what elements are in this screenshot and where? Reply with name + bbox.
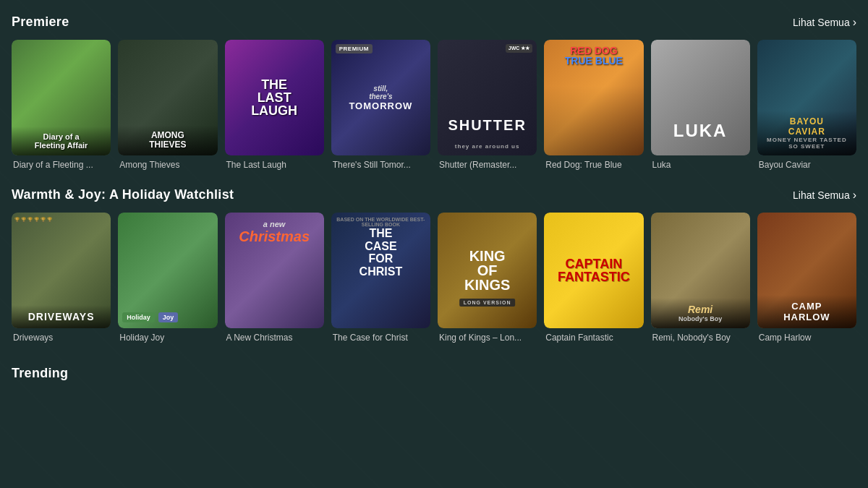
movie-title-last-laugh: The Last Laugh [225,160,324,170]
movie-title-captain-fantastic: Captain Fantastic [544,333,643,343]
movie-poster-holiday-joy: Holiday Joy [118,213,217,328]
trending-header: Trending [12,360,856,381]
movie-poster-bayou: BAYOUCAVIAR MONEY NEVER TASTED SO SWEET [757,40,856,155]
movie-card-still-tomorrow[interactable]: PREMIUM still, there's TOMORROW There's … [331,40,430,170]
movie-card-red-dog[interactable]: RED DOGTRUE BLUE Red Dog: True Blue [544,40,643,170]
movie-title-red-dog: Red Dog: True Blue [544,160,643,170]
movie-card-among-thieves[interactable]: AMONGTHIEVES Among Thieves [118,40,217,170]
movie-title-among-thieves: Among Thieves [118,160,217,170]
movie-poster-still-tomorrow: PREMIUM still, there's TOMORROW [331,40,430,155]
trending-section: Trending [12,360,856,381]
premiere-section: Premiere Lihat Semua › Diary of aFleetin… [12,14,856,170]
movie-poster-among-thieves: AMONGTHIEVES [118,40,217,155]
premiere-see-all[interactable]: Lihat Semua › [793,16,856,29]
movie-title-luka: Luka [651,160,750,170]
movie-poster-king-kings: KINGOFKINGS LONG VERSION [438,213,537,328]
long-version-badge: LONG VERSION [459,299,516,307]
movie-card-diary[interactable]: Diary of aFleeting Affair Diary of a Fle… [12,40,111,170]
watchlist-title: Warmth & Joy: A Holiday Watchlist [12,187,234,202]
movie-title-diary: Diary of a Fleeting ... [12,160,111,170]
premiere-movies-row: Diary of aFleeting Affair Diary of a Fle… [12,40,856,170]
movie-title-new-christmas: A New Christmas [225,333,324,343]
movie-poster-camp-harlow: CAMPHARLOW [757,213,856,328]
movie-poster-driveways: 🏆 🏆 🏆 🏆 🏆 🏆 DRIVEWAYS [12,213,111,328]
holiday-badge: Holiday [122,312,155,322]
movie-card-new-christmas[interactable]: a new Christmas A New Christmas [225,213,324,343]
movie-title-driveways: Driveways [12,333,111,343]
watchlist-see-all[interactable]: Lihat Semua › [793,189,856,202]
movie-poster-captain-fantastic: CAPTAINFANTASTIC [544,213,643,328]
movie-poster-last-laugh: THELASTLAUGH [225,40,324,155]
movie-title-still-tomorrow: There's Still Tomor... [331,160,430,170]
chevron-right-icon: › [853,16,856,29]
movie-title-camp-harlow: Camp Harlow [757,333,856,343]
chevron-right-icon-2: › [853,189,856,202]
movie-card-driveways[interactable]: 🏆 🏆 🏆 🏆 🏆 🏆 DRIVEWAYS Driveways [12,213,111,343]
movie-card-luka[interactable]: LUKA Luka [651,40,750,170]
movie-card-holiday-joy[interactable]: Holiday Joy Holiday Joy [118,213,217,343]
watchlist-section: Warmth & Joy: A Holiday Watchlist Lihat … [12,187,856,343]
movie-card-last-laugh[interactable]: THELASTLAUGH The Last Laugh [225,40,324,170]
movie-poster-case-christ: BASED ON THE WORLDWIDE BEST-SELLING BOOK… [331,213,430,328]
movie-poster-shutter: JWC ★★ SHUTTER they are around us [438,40,537,155]
watchlist-header: Warmth & Joy: A Holiday Watchlist Lihat … [12,187,856,202]
movie-card-case-christ[interactable]: BASED ON THE WORLDWIDE BEST-SELLING BOOK… [331,213,430,343]
movie-poster-new-christmas: a new Christmas [225,213,324,328]
movie-poster-red-dog: RED DOGTRUE BLUE [544,40,643,155]
movie-title-shutter: Shutter (Remaster... [438,160,537,170]
movie-card-camp-harlow[interactable]: CAMPHARLOW Camp Harlow [757,213,856,343]
watchlist-movies-row: 🏆 🏆 🏆 🏆 🏆 🏆 DRIVEWAYS Driveways [12,213,856,343]
jwc-badge: JWC ★★ [506,44,533,53]
movie-card-shutter[interactable]: JWC ★★ SHUTTER they are around us Shutte… [438,40,537,170]
movie-poster-luka: LUKA [651,40,750,155]
premiere-title: Premiere [12,14,69,30]
movie-card-king-kings[interactable]: KINGOFKINGS LONG VERSION King of Kings –… [438,213,537,343]
movie-title-case-christ: The Case for Christ [331,333,430,343]
movie-title-bayou: Bayou Caviar [757,160,856,170]
movie-card-bayou[interactable]: BAYOUCAVIAR MONEY NEVER TASTED SO SWEET … [757,40,856,170]
movie-title-king-kings: King of Kings – Lon... [438,333,537,343]
movie-card-remi[interactable]: Remi Nobody's Boy Remi, Nobody's Boy [651,213,750,343]
movie-title-remi: Remi, Nobody's Boy [651,333,750,343]
movie-card-captain-fantastic[interactable]: CAPTAINFANTASTIC Captain Fantastic [544,213,643,343]
movie-poster-remi: Remi Nobody's Boy [651,213,750,328]
movie-title-holiday-joy: Holiday Joy [118,333,217,343]
page-container: Premiere Lihat Semua › Diary of aFleetin… [0,0,868,488]
joy-badge: Joy [158,312,179,322]
trending-title: Trending [12,366,68,381]
movie-poster-diary: Diary of aFleeting Affair [12,40,111,155]
premiere-header: Premiere Lihat Semua › [12,14,856,30]
